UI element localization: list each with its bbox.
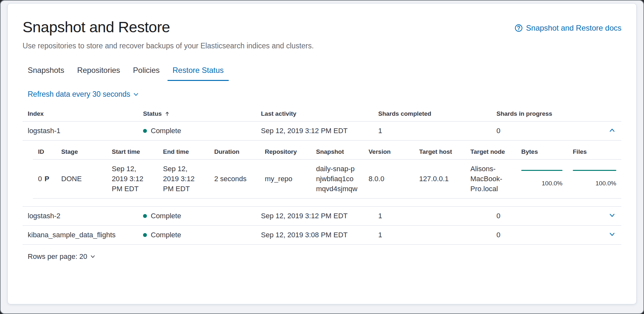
index-cell: logstash-2 (23, 207, 138, 226)
refresh-interval-label: Refresh data every 30 seconds (28, 90, 130, 99)
shard-id-cell: 0P (33, 160, 56, 199)
column-header-last-activity: Last activity (256, 106, 373, 122)
bytes-progress-cell: 100.0% (516, 160, 568, 199)
chevron-up-icon (609, 127, 616, 134)
tab-policies[interactable]: Policies (128, 62, 165, 81)
chevron-down-icon (90, 254, 96, 260)
table-row-logstash-2: logstash-2 Complete Sep 12, 2019 3:12 PM… (23, 207, 621, 226)
status-label: Complete (151, 231, 181, 239)
rows-per-page-label: Rows per page: 20 (28, 252, 87, 261)
status-complete-dot-icon (143, 129, 147, 133)
status-label: Complete (151, 127, 181, 135)
expander-cell (601, 122, 621, 141)
detail-column-repository: Repository (260, 144, 311, 160)
duration-cell: 2 seconds (209, 160, 260, 199)
expand-row-button[interactable] (608, 211, 616, 220)
target-node-cell: Alisons-MacBook-Pro.local (465, 160, 516, 199)
detail-column-start-time: Start time (107, 144, 158, 160)
shards-completed-cell: 1 (373, 226, 491, 245)
column-header-shards-in-progress: Shards in progress (491, 106, 601, 122)
page-subtitle: Use repositories to store and recover ba… (23, 42, 621, 50)
refresh-interval-button[interactable]: Refresh data every 30 seconds (28, 90, 139, 99)
tab-repositories[interactable]: Repositories (72, 62, 125, 81)
version-cell: 8.0.0 (363, 160, 414, 199)
detail-column-duration: Duration (209, 144, 260, 160)
status-complete-dot-icon (143, 214, 147, 218)
page-title: Snapshot and Restore (23, 18, 170, 36)
collapse-row-button[interactable] (608, 126, 616, 134)
index-cell: logstash-1 (23, 122, 138, 141)
expander-cell (601, 207, 621, 226)
status-header-label: Status (143, 110, 162, 117)
column-header-shards-completed: Shards completed (373, 106, 491, 122)
page-header: Snapshot and Restore Snapshot and Restor… (23, 18, 621, 36)
expander-cell (601, 226, 621, 245)
status-cell: Complete (138, 207, 256, 226)
detail-column-snapshot: Snapshot (311, 144, 363, 160)
detail-column-bytes: Bytes (516, 144, 568, 160)
files-progress-bar (573, 170, 616, 171)
shard-details-container: ID Stage Start time End time Duration Re… (23, 141, 621, 207)
restore-status-table: Index Status Last activity Shards comple… (23, 106, 621, 245)
shards-in-progress-cell: 0 (491, 226, 601, 245)
shard-id: 0 (38, 175, 42, 183)
last-activity-cell: Sep 12, 2019 3:08 PM EDT (256, 226, 373, 245)
detail-column-id: ID (33, 144, 56, 160)
shard-detail-header-row: ID Stage Start time End time Duration Re… (33, 144, 621, 160)
index-cell: kibana_sample_data_flights (23, 226, 138, 245)
shards-completed-cell: 1 (373, 122, 491, 141)
shard-detail-table: ID Stage Start time End time Duration Re… (33, 144, 621, 199)
status-complete-dot-icon (143, 233, 147, 237)
docs-link[interactable]: Snapshot and Restore docs (514, 24, 621, 33)
tab-restore-status[interactable]: Restore Status (168, 62, 229, 81)
status-cell: Complete (138, 122, 256, 141)
rows-per-page-button[interactable]: Rows per page: 20 (28, 252, 96, 261)
start-time-cell: Sep 12, 2019 3:12 PM EDT (107, 160, 158, 199)
last-activity-cell: Sep 12, 2019 3:12 PM EDT (256, 122, 373, 141)
sort-by-status-button[interactable]: Status (143, 110, 170, 117)
snapshot-restore-panel: Snapshot and Restore Snapshot and Restor… (7, 3, 637, 304)
files-progress-cell: 100.0% (568, 160, 621, 199)
snapshot-name-cell: daily-snap-pnjwbfiaq1comqvd4sjmqw (311, 160, 363, 199)
docs-link-label: Snapshot and Restore docs (526, 24, 621, 33)
sort-arrow-up-icon (164, 111, 170, 117)
files-percent-label: 100.0% (573, 179, 616, 188)
table-header-row: Index Status Last activity Shards comple… (23, 106, 621, 122)
chevron-down-icon (133, 91, 139, 98)
shards-in-progress-cell: 0 (491, 207, 601, 226)
shard-primary-badge: P (44, 175, 49, 183)
stage-cell: DONE (56, 160, 107, 199)
detail-column-stage: Stage (56, 144, 107, 160)
chevron-down-icon (609, 212, 616, 219)
expand-row-button[interactable] (608, 230, 616, 239)
table-row-kibana-sample-data-flights: kibana_sample_data_flights Complete Sep … (23, 226, 621, 245)
table-row-logstash-1: logstash-1 Complete Sep 12, 2019 3:12 PM… (23, 122, 621, 141)
detail-column-files: Files (568, 144, 621, 160)
detail-column-target-node: Target node (465, 144, 516, 160)
bytes-percent-label: 100.0% (521, 179, 562, 188)
status-cell: Complete (138, 226, 256, 245)
expanded-shard-details-row: ID Stage Start time End time Duration Re… (23, 141, 621, 207)
end-time-cell: Sep 12, 2019 3:12 PM EDT (158, 160, 209, 199)
column-header-index: Index (23, 106, 138, 122)
app-window: Snapshot and Restore Snapshot and Restor… (0, 0, 644, 314)
column-header-expander (601, 106, 621, 122)
bytes-progress-bar (521, 170, 562, 171)
docs-icon (514, 24, 523, 32)
status-label: Complete (151, 212, 181, 220)
column-header-status: Status (138, 106, 256, 122)
detail-column-version: Version (363, 144, 414, 160)
detail-column-target-host: Target host (414, 144, 465, 160)
last-activity-cell: Sep 12, 2019 3:12 PM EDT (256, 207, 373, 226)
repository-cell: my_repo (260, 160, 311, 199)
tab-snapshots[interactable]: Snapshots (23, 62, 69, 81)
detail-column-end-time: End time (158, 144, 209, 160)
target-host-cell: 127.0.0.1 (414, 160, 465, 199)
shards-completed-cell: 1 (373, 207, 491, 226)
tabs: Snapshots Repositories Policies Restore … (23, 62, 621, 81)
chevron-down-icon (609, 231, 616, 238)
shards-in-progress-cell: 0 (491, 122, 601, 141)
shard-detail-row: 0P DONE Sep 12, 2019 3:12 PM EDT Sep 12,… (33, 160, 621, 199)
